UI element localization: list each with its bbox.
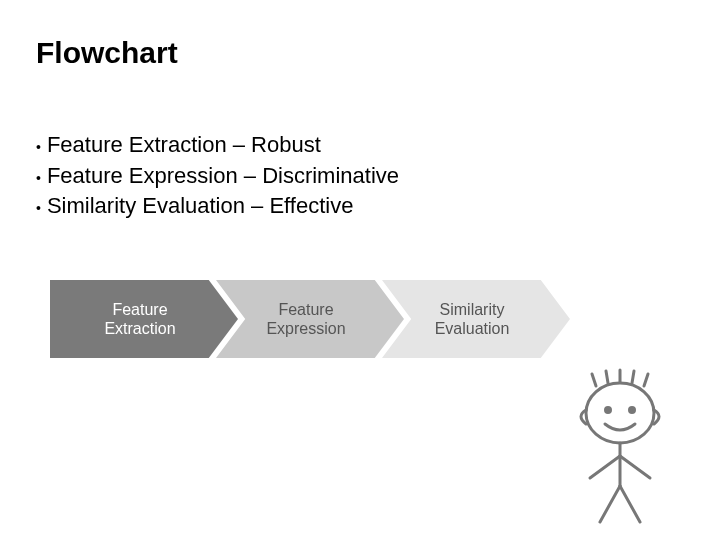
bullet-text: Feature Extraction – Robust [47,130,321,160]
bullet-text: Feature Expression – Discriminative [47,161,399,191]
svg-point-9 [606,408,611,413]
svg-line-14 [600,486,620,522]
stick-figure-icon [560,368,680,528]
page-title: Flowchart [36,36,178,70]
flow-step-feature-expression: FeatureExpression [216,280,404,358]
flow-step-label: FeatureExtraction [50,280,238,358]
bullet-dot-icon: • [36,134,41,161]
bullet-list: • Feature Extraction – Robust • Feature … [36,130,399,222]
flow-step-similarity-evaluation: SimilarityEvaluation [382,280,570,358]
svg-line-7 [632,371,634,383]
bullet-dot-icon: • [36,195,41,222]
bullet-item: • Feature Extraction – Robust [36,130,399,161]
flow-step-feature-extraction: FeatureExtraction [50,280,238,358]
flowchart: FeatureExtraction FeatureExpression Simi… [50,280,570,358]
svg-line-13 [620,456,650,478]
bullet-item: • Feature Expression – Discriminative [36,161,399,192]
bullet-text: Similarity Evaluation – Effective [47,191,354,221]
bullet-dot-icon: • [36,165,41,192]
svg-line-4 [592,374,596,386]
svg-line-8 [644,374,648,386]
svg-line-15 [620,486,640,522]
svg-line-5 [606,371,608,383]
svg-point-10 [630,408,635,413]
bullet-item: • Similarity Evaluation – Effective [36,191,399,222]
flow-step-label: SimilarityEvaluation [382,280,570,358]
flow-step-label: FeatureExpression [216,280,404,358]
svg-line-12 [590,456,620,478]
svg-point-3 [586,383,654,443]
